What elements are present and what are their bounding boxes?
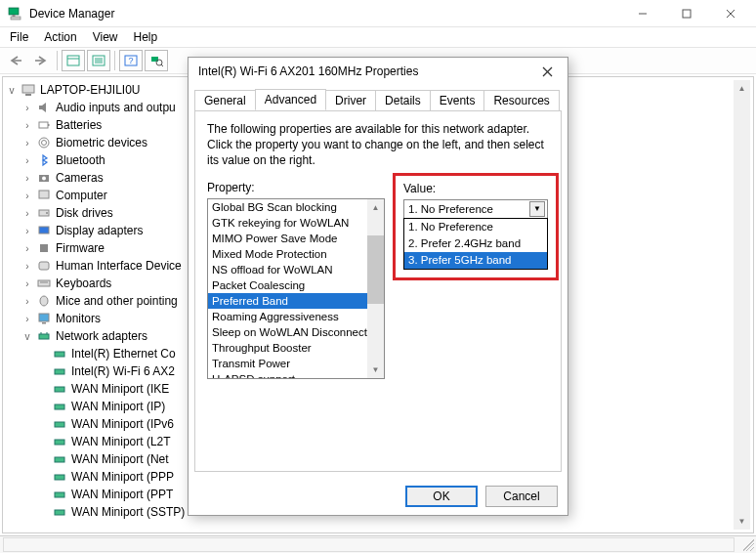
value-option-selected[interactable]: 3. Prefer 5GHz band bbox=[404, 252, 547, 269]
property-item[interactable]: Packet Coalescing bbox=[208, 277, 367, 293]
keyboard-icon bbox=[36, 276, 52, 291]
tree-scrollbar[interactable]: ▲ ▼ bbox=[734, 80, 750, 530]
svg-line-19 bbox=[161, 64, 163, 66]
maximize-button[interactable] bbox=[664, 0, 708, 27]
resize-grip-icon[interactable] bbox=[742, 539, 754, 551]
cancel-button[interactable]: Cancel bbox=[485, 486, 558, 507]
dropdown-arrow-icon[interactable]: ▼ bbox=[529, 201, 545, 217]
svg-point-30 bbox=[46, 212, 48, 214]
property-listbox[interactable]: Global BG Scan blocking GTK rekeying for… bbox=[207, 198, 385, 379]
forward-button[interactable] bbox=[29, 50, 53, 71]
value-dropdown[interactable]: 1. No Preference 2. Prefer 2.4GHz band 3… bbox=[403, 218, 548, 270]
value-option[interactable]: 1. No Preference bbox=[404, 219, 547, 235]
tab-advanced[interactable]: Advanced bbox=[255, 89, 326, 110]
collapse-icon[interactable]: v bbox=[21, 331, 34, 342]
svg-rect-2 bbox=[13, 15, 16, 17]
toolbar-view-icon[interactable] bbox=[62, 50, 85, 71]
chip-icon bbox=[36, 240, 52, 256]
pc-icon bbox=[36, 188, 52, 203]
expand-icon[interactable]: › bbox=[21, 120, 34, 131]
svg-rect-37 bbox=[39, 314, 49, 321]
collapse-icon[interactable]: v bbox=[5, 85, 19, 96]
window-title: Device Manager bbox=[29, 7, 620, 21]
tab-general[interactable]: General bbox=[194, 90, 256, 111]
property-item[interactable]: GTK rekeying for WoWLAN bbox=[208, 215, 367, 231]
menu-view[interactable]: View bbox=[87, 28, 124, 46]
dialog-title: Intel(R) Wi-Fi 6 AX201 160MHz Properties bbox=[198, 64, 532, 78]
dialog-tabs: General Advanced Driver Details Events R… bbox=[189, 85, 567, 110]
svg-rect-1 bbox=[11, 17, 21, 20]
property-item[interactable]: MIMO Power Save Mode bbox=[208, 231, 367, 246]
property-item[interactable]: Roaming Aggressiveness bbox=[208, 309, 367, 324]
property-item[interactable]: Sleep on WoWLAN Disconnect bbox=[208, 324, 367, 340]
property-item[interactable]: U-APSD support bbox=[208, 371, 367, 379]
svg-rect-46 bbox=[55, 422, 64, 427]
svg-text:?: ? bbox=[128, 56, 133, 65]
svg-rect-9 bbox=[67, 56, 79, 65]
svg-rect-20 bbox=[22, 85, 34, 93]
svg-point-36 bbox=[40, 296, 48, 306]
scroll-down-icon[interactable]: ▼ bbox=[367, 362, 384, 378]
back-button[interactable] bbox=[4, 50, 27, 71]
value-combobox[interactable]: 1. No Preference ▼ bbox=[403, 199, 548, 219]
close-button[interactable] bbox=[708, 0, 752, 27]
tab-driver[interactable]: Driver bbox=[325, 90, 376, 111]
scroll-up-icon[interactable]: ▲ bbox=[734, 80, 750, 97]
expand-icon[interactable]: › bbox=[21, 261, 34, 272]
property-item[interactable]: Mixed Mode Protection bbox=[208, 246, 367, 262]
panel-description: The following properties are available f… bbox=[207, 121, 549, 169]
value-option[interactable]: 2. Prefer 2.4GHz band bbox=[404, 235, 547, 252]
property-item[interactable]: Global BG Scan blocking bbox=[208, 199, 367, 215]
property-item[interactable]: NS offload for WoWLAN bbox=[208, 262, 367, 277]
tab-resources[interactable]: Resources bbox=[483, 90, 559, 111]
menu-action[interactable]: Action bbox=[38, 28, 82, 46]
expand-icon[interactable]: › bbox=[21, 314, 34, 324]
toolbar-scan-icon[interactable] bbox=[145, 50, 168, 71]
computer-icon bbox=[21, 82, 36, 98]
svg-rect-4 bbox=[683, 10, 691, 18]
toolbar-detail-icon[interactable] bbox=[87, 50, 110, 71]
camera-icon bbox=[36, 170, 52, 186]
scroll-up-icon[interactable]: ▲ bbox=[367, 199, 384, 216]
expand-icon[interactable]: › bbox=[21, 226, 34, 236]
expand-icon[interactable]: › bbox=[21, 173, 34, 184]
tab-details[interactable]: Details bbox=[375, 90, 431, 111]
listbox-scrollbar[interactable]: ▲ ▼ bbox=[367, 199, 384, 378]
speaker-icon bbox=[36, 100, 52, 115]
expand-icon[interactable]: › bbox=[21, 243, 34, 254]
expand-icon[interactable]: › bbox=[21, 138, 34, 149]
dialog-button-row: OK Cancel bbox=[189, 478, 567, 515]
properties-dialog: Intel(R) Wi-Fi 6 AX201 160MHz Properties… bbox=[188, 57, 568, 516]
svg-rect-21 bbox=[25, 94, 31, 96]
monitor-icon bbox=[36, 311, 52, 326]
expand-icon[interactable]: › bbox=[21, 296, 34, 307]
fingerprint-icon bbox=[36, 135, 52, 150]
menubar: File Action View Help bbox=[0, 27, 756, 47]
expand-icon[interactable]: › bbox=[21, 155, 34, 166]
scroll-down-icon[interactable]: ▼ bbox=[734, 513, 750, 530]
property-item[interactable]: Throughput Booster bbox=[208, 340, 367, 356]
value-selected: 1. No Preference bbox=[408, 203, 529, 215]
dialog-close-button[interactable] bbox=[532, 60, 562, 83]
scrollbar-thumb[interactable] bbox=[367, 235, 384, 304]
menu-help[interactable]: Help bbox=[128, 28, 164, 46]
ok-button[interactable]: OK bbox=[405, 486, 478, 507]
tab-events[interactable]: Events bbox=[430, 90, 485, 111]
property-item-selected[interactable]: Preferred Band bbox=[208, 293, 367, 309]
expand-icon[interactable]: › bbox=[21, 191, 34, 201]
expand-icon[interactable]: › bbox=[21, 208, 34, 219]
expand-icon[interactable]: › bbox=[21, 278, 34, 289]
toolbar-help-icon[interactable]: ? bbox=[119, 50, 143, 71]
svg-point-27 bbox=[42, 177, 46, 181]
svg-rect-23 bbox=[48, 124, 50, 126]
minimize-button[interactable] bbox=[620, 0, 664, 27]
svg-rect-0 bbox=[9, 8, 19, 15]
menu-file[interactable]: File bbox=[4, 28, 34, 46]
nic-icon bbox=[52, 363, 67, 379]
property-item[interactable]: Transmit Power bbox=[208, 356, 367, 371]
svg-rect-31 bbox=[39, 227, 49, 234]
svg-rect-39 bbox=[39, 334, 49, 339]
dialog-titlebar[interactable]: Intel(R) Wi-Fi 6 AX201 160MHz Properties bbox=[189, 58, 567, 85]
tab-panel-advanced: The following properties are available f… bbox=[194, 110, 562, 472]
expand-icon[interactable]: › bbox=[21, 103, 34, 113]
